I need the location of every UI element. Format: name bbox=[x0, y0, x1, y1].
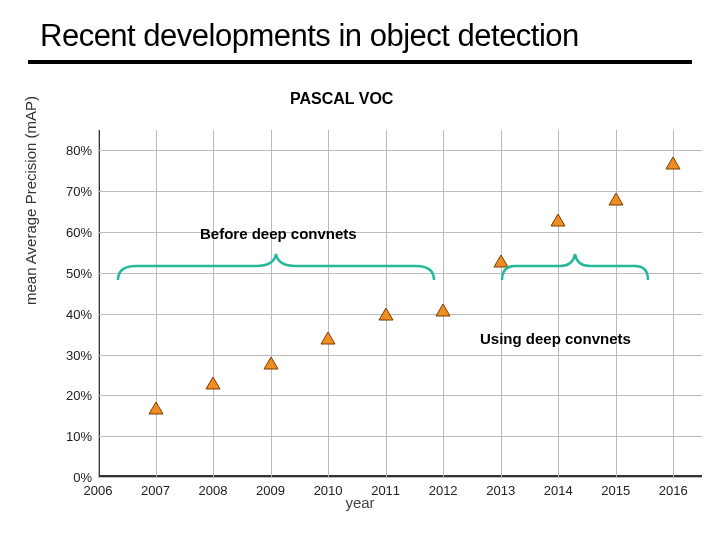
grid-h bbox=[98, 232, 702, 233]
chart-title: PASCAL VOC bbox=[290, 90, 393, 108]
data-point bbox=[608, 192, 624, 206]
x-tick: 2008 bbox=[199, 477, 228, 498]
brace-using bbox=[500, 252, 650, 282]
slide-title: Recent developments in object detection bbox=[40, 18, 579, 54]
plot-area: 0%10%20%30%40%50%60%70%80%20062007200820… bbox=[98, 130, 702, 477]
y-tick: 20% bbox=[66, 388, 98, 403]
y-tick: 60% bbox=[66, 225, 98, 240]
grid-h bbox=[98, 436, 702, 437]
grid-v bbox=[501, 130, 502, 477]
y-tick: 40% bbox=[66, 306, 98, 321]
title-rule bbox=[28, 60, 692, 64]
annotation-using: Using deep convnets bbox=[480, 330, 631, 347]
svg-marker-8 bbox=[609, 193, 623, 205]
x-tick: 2016 bbox=[659, 477, 688, 498]
svg-marker-0 bbox=[149, 402, 163, 414]
x-tick: 2006 bbox=[84, 477, 113, 498]
svg-marker-5 bbox=[436, 304, 450, 316]
grid-v bbox=[156, 130, 157, 477]
x-tick: 2013 bbox=[486, 477, 515, 498]
chart-area: mean Average Precision (mAP) year 0%10%2… bbox=[8, 125, 712, 515]
x-tick: 2011 bbox=[371, 477, 400, 498]
grid-v bbox=[386, 130, 387, 477]
grid-h bbox=[98, 150, 702, 151]
y-axis-label: mean Average Precision (mAP) bbox=[22, 96, 39, 305]
grid-v bbox=[616, 130, 617, 477]
x-tick: 2014 bbox=[544, 477, 573, 498]
y-tick: 10% bbox=[66, 429, 98, 444]
data-point bbox=[148, 401, 164, 415]
slide: Recent developments in object detection … bbox=[0, 0, 720, 540]
y-tick: 30% bbox=[66, 347, 98, 362]
data-point bbox=[320, 331, 336, 345]
data-point bbox=[435, 303, 451, 317]
y-tick: 80% bbox=[66, 143, 98, 158]
brace-before bbox=[116, 252, 436, 282]
annotation-before: Before deep convnets bbox=[200, 225, 357, 242]
grid-v bbox=[328, 130, 329, 477]
grid-h bbox=[98, 355, 702, 356]
x-tick: 2009 bbox=[256, 477, 285, 498]
grid-h bbox=[98, 395, 702, 396]
grid-v bbox=[558, 130, 559, 477]
data-point bbox=[263, 356, 279, 370]
svg-marker-1 bbox=[206, 377, 220, 389]
grid-v bbox=[98, 130, 99, 477]
grid-v bbox=[673, 130, 674, 477]
data-point bbox=[550, 213, 566, 227]
svg-marker-3 bbox=[321, 332, 335, 344]
x-tick: 2010 bbox=[314, 477, 343, 498]
data-point bbox=[665, 156, 681, 170]
x-tick: 2007 bbox=[141, 477, 170, 498]
grid-v bbox=[213, 130, 214, 477]
x-tick: 2012 bbox=[429, 477, 458, 498]
svg-marker-4 bbox=[379, 308, 393, 320]
grid-h bbox=[98, 314, 702, 315]
svg-marker-2 bbox=[264, 357, 278, 369]
y-tick: 50% bbox=[66, 265, 98, 280]
svg-marker-9 bbox=[666, 157, 680, 169]
y-tick: 70% bbox=[66, 184, 98, 199]
grid-v bbox=[271, 130, 272, 477]
data-point bbox=[378, 307, 394, 321]
x-tick: 2015 bbox=[601, 477, 630, 498]
data-point bbox=[205, 376, 221, 390]
svg-marker-7 bbox=[551, 214, 565, 226]
